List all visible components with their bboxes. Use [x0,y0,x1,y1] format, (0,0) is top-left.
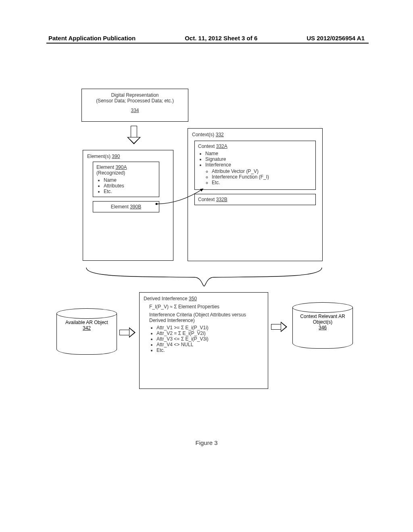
cyl-left-label: Available AR Object [57,320,117,325]
arrow-down-icon [127,126,141,146]
derived-criteria-label: Interference Criteria (Object Attributes… [149,312,264,323]
derived-eq: F_I(P_V) ≈ Σ Element Properties [149,304,264,310]
header-left: Patent Application Publication [48,35,136,42]
el390a-sub: (Recognized) [96,170,156,176]
figure-label: Figure 3 [44,439,369,446]
ctxA-item-2: Interference Attribute Vector (P_V) Inte… [205,162,312,185]
digrep-ref: 334 [131,108,139,113]
ctxA-sub-0: Attribute Vector (P_V) [212,168,312,174]
ctxA-ref: 332A [216,143,227,149]
cylinder-context-relevant-ar: Context Relevant AR Object(s) 346 [292,302,353,349]
cyl-right-label: Context Relevant AR Object(s) [293,314,353,325]
derived-title: Derived Interference [144,296,188,301]
criteria-1: Attr_V2 = Σ E_i(P_V2i) [156,330,264,336]
el390a-list: Name Attributes Etc. [96,177,156,194]
ctxA-sub-2: Etc. [212,180,312,185]
association-arrow [156,203,204,204]
box-digital-representation: Digital Representation (Sensor Data; Pro… [81,89,188,122]
el390a-item-0: Name [104,177,156,183]
header-rule [46,43,369,44]
ctxA-sub-1: Interference Function (F_I) [212,174,312,180]
criteria-4: Etc. [156,347,264,353]
page-header: Patent Application Publication Oct. 11, … [0,35,413,42]
derived-criteria-list: Attr_V1 >= Σ E_i(P_V1i) Attr_V2 = Σ E_i(… [149,325,264,353]
contexts-ref: 332 [216,132,224,137]
el390b-ref: 390B [130,204,141,210]
digrep-line1: Digital Representation [86,92,184,98]
digrep-line2: (Sensor Data; Processed Data; etc.) [86,98,184,104]
ctxA-list: Name Signature Interference Attribute Ve… [198,151,312,185]
criteria-3: Attr_V4 <> NULL [156,342,264,347]
criteria-2: Attr_V3 <= Σ E_i(P_V3i) [156,336,264,342]
arrow-right-icon [119,327,137,338]
cyl-left-ref: 342 [83,325,91,331]
arrow-right-icon [271,322,289,332]
ctxA-item-1: Signature [205,156,312,162]
elements-ref: 390 [112,154,120,159]
box-context-332a: Context 332A Name Signature Interference… [194,141,316,190]
ctxA-item-0: Name [205,151,312,156]
box-element-390a: Element 390A (Recognized) Name Attribute… [93,162,159,197]
derived-ref: 350 [189,296,197,301]
cylinder-available-ar: Available AR Object 342 [56,308,117,355]
box-context-332b: Context 332B [194,194,316,205]
box-element-390b: Element 390B [93,201,159,212]
el390b-title: Element [111,204,129,210]
header-center: Oct. 11, 2012 Sheet 3 of 6 [185,35,257,42]
ctxB-ref: 332B [216,197,227,202]
el390a-item-1: Attributes [104,183,156,189]
el390a-title: Element [96,164,114,170]
el390a-ref: 390A [115,164,127,170]
curly-brace-icon [85,266,323,289]
el390a-item-2: Etc. [104,189,156,194]
box-derived-interference: Derived Interference 350 F_I(P_V) ≈ Σ El… [139,292,268,389]
figure-diagram: Digital Representation (Sensor Data; Pro… [44,89,369,508]
contexts-title: Context(s) [192,132,214,137]
criteria-0: Attr_V1 >= Σ E_i(P_V1i) [156,325,264,330]
elements-title: Element(s) [87,154,111,159]
ctxA-sublist: Attribute Vector (P_V) Interference Func… [205,168,312,185]
ctxA-title: Context [198,143,215,149]
header-right: US 2012/0256954 A1 [307,35,365,42]
cyl-right-ref: 346 [319,325,327,330]
